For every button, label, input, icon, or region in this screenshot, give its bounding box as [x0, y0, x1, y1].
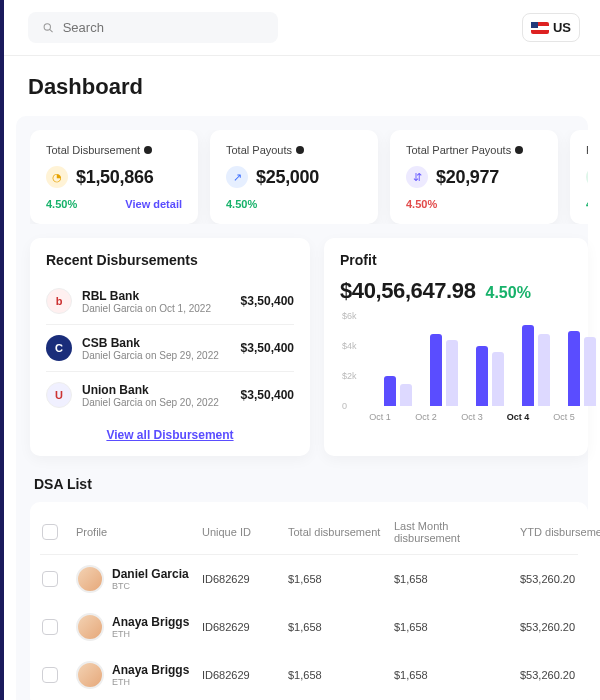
topbar: US	[4, 0, 600, 56]
x-label: Oct 4	[504, 412, 532, 422]
profile-symbol: ETH	[112, 677, 189, 687]
search-icon	[42, 21, 55, 35]
profile-symbol: ETH	[112, 629, 189, 639]
mid-row: Recent Disbursements b RBL Bank Daniel G…	[30, 238, 588, 456]
recent-disbursements-card: Recent Disbursements b RBL Bank Daniel G…	[30, 238, 310, 456]
kpi-label: Total Partner Payouts	[406, 144, 511, 156]
bar-group[interactable]	[522, 325, 550, 406]
search-box[interactable]	[28, 12, 278, 43]
kpi-pct: 4.50%	[586, 198, 588, 210]
col-uid: Unique ID	[202, 526, 282, 538]
cell-last: $1,658	[394, 621, 514, 633]
kpi-value: $25,000	[256, 167, 319, 188]
y-tick: $4k	[342, 341, 357, 351]
kpi-pct: 4.50%	[46, 198, 77, 210]
table-row[interactable]: Anaya Briggs ETH ID682629 $1,658 $1,658 …	[40, 603, 578, 651]
col-last: Last Month disbursement	[394, 520, 514, 544]
table-row[interactable]: Anaya Briggs ETH ID682629 $1,658 $1,658 …	[40, 651, 578, 699]
kpi-pct: 4.50%	[406, 198, 437, 210]
cell-ytd: $53,260.20	[520, 621, 600, 633]
row-checkbox[interactable]	[42, 667, 58, 683]
page-title: Dashboard	[4, 56, 600, 108]
kpi-row: Total Disbursement ◔ $1,50,866 4.50% Vie…	[30, 130, 588, 224]
cell-total: $1,658	[288, 573, 388, 585]
dsa-section: DSA List Profile Unique ID Total disburs…	[30, 462, 588, 700]
bank-name: Union Bank	[82, 383, 219, 397]
disbursement-item[interactable]: C CSB Bank Daniel Garcia on Sep 29, 2022…	[46, 325, 294, 372]
kpi-card[interactable]: Total Payouts ↗ $25,000 4.50%	[210, 130, 378, 224]
cell-uid: ID682629	[202, 621, 282, 633]
row-checkbox[interactable]	[42, 571, 58, 587]
kpi-icon: ↗	[226, 166, 248, 188]
bar-group[interactable]	[568, 331, 596, 406]
recent-disbursements-title: Recent Disbursements	[46, 252, 294, 268]
bar-primary	[568, 331, 580, 406]
disbursement-amount: $3,50,400	[241, 388, 294, 402]
cell-total: $1,658	[288, 669, 388, 681]
bank-meta: Daniel Garcia on Sep 29, 2022	[82, 350, 219, 361]
info-dot-icon	[515, 146, 523, 154]
cell-total: $1,658	[288, 621, 388, 633]
profit-value: $40,56,647.98	[340, 278, 476, 304]
bar-group[interactable]	[430, 334, 458, 406]
profile-name: Anaya Briggs	[112, 615, 189, 629]
disbursement-amount: $3,50,400	[241, 341, 294, 355]
kpi-icon: ◔	[46, 166, 68, 188]
kpi-value: $20,977	[436, 167, 499, 188]
profit-card: Profit $40,56,647.98 4.50% $6k$4k$2k0 Oc…	[324, 238, 588, 456]
view-all-disbursement-link[interactable]: View all Disbursement	[46, 428, 294, 442]
bank-icon: C	[46, 335, 72, 361]
bank-name: CSB Bank	[82, 336, 219, 350]
kpi-icon: $	[586, 166, 588, 188]
view-detail-link[interactable]: View detail	[125, 198, 182, 210]
dsa-title: DSA List	[30, 476, 588, 502]
bar-primary	[476, 346, 488, 406]
avatar	[76, 613, 104, 641]
search-input[interactable]	[63, 20, 264, 35]
currency-label: US	[553, 20, 571, 35]
info-dot-icon	[296, 146, 304, 154]
x-label: Oct 3	[458, 412, 486, 422]
row-checkbox[interactable]	[42, 619, 58, 635]
kpi-icon: ⇵	[406, 166, 428, 188]
kpi-card[interactable]: Total Partner Payouts ⇵ $20,977 4.50%	[390, 130, 558, 224]
kpi-label: Reven	[586, 144, 588, 156]
kpi-label: Total Disbursement	[46, 144, 140, 156]
profit-pct: 4.50%	[486, 284, 531, 302]
kpi-value: $1,50,866	[76, 167, 153, 188]
bar-primary	[522, 325, 534, 406]
x-label: Oct 5	[550, 412, 578, 422]
kpi-card[interactable]: Reven $ 4.50%	[570, 130, 588, 224]
disbursement-item[interactable]: b RBL Bank Daniel Garcia on Oct 1, 2022 …	[46, 278, 294, 325]
kpi-pct: 4.50%	[226, 198, 257, 210]
bank-icon: b	[46, 288, 72, 314]
svg-line-1	[50, 29, 53, 32]
profile-name: Daniel Garcia	[112, 567, 189, 581]
x-label: Oct 2	[412, 412, 440, 422]
bar-secondary	[446, 340, 458, 406]
bar-primary	[384, 376, 396, 406]
bar-secondary	[400, 384, 412, 407]
col-profile: Profile	[76, 526, 196, 538]
y-tick: $6k	[342, 311, 357, 321]
y-tick: $2k	[342, 371, 357, 381]
avatar	[76, 661, 104, 689]
bank-icon: U	[46, 382, 72, 408]
profit-chart: $6k$4k$2k0 Oct 1Oct 2Oct 3Oct 4Oct 5	[340, 316, 588, 422]
kpi-card[interactable]: Total Disbursement ◔ $1,50,866 4.50% Vie…	[30, 130, 198, 224]
cell-last: $1,658	[394, 669, 514, 681]
disbursement-item[interactable]: U Union Bank Daniel Garcia on Sep 20, 20…	[46, 372, 294, 418]
col-ytd: YTD disbursement	[520, 526, 600, 538]
currency-selector[interactable]: US	[522, 13, 580, 42]
bar-group[interactable]	[476, 346, 504, 406]
cell-ytd: $53,260.20	[520, 573, 600, 585]
checkbox-all[interactable]	[42, 524, 58, 540]
table-row[interactable]: Daniel Garcia BTC ID682629 $1,658 $1,658…	[40, 555, 578, 603]
cell-ytd: $53,260.20	[520, 669, 600, 681]
bank-meta: Daniel Garcia on Sep 20, 2022	[82, 397, 219, 408]
profile-name: Anaya Briggs	[112, 663, 189, 677]
dsa-table: Profile Unique ID Total disbursement Las…	[30, 502, 588, 700]
col-total: Total disbursement	[288, 526, 388, 538]
bar-group[interactable]	[384, 376, 412, 406]
avatar	[76, 565, 104, 593]
